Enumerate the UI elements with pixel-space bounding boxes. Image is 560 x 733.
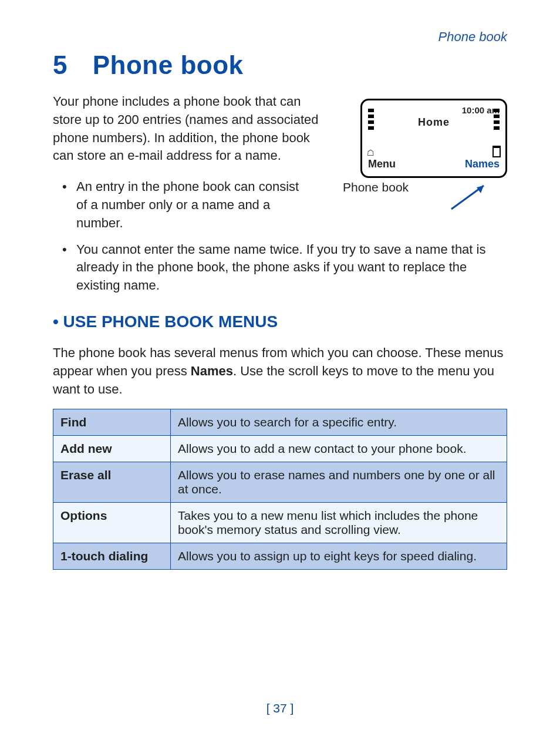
names-keyword: Names [191,364,233,378]
chapter-heading: 5 Phone book [53,51,507,80]
table-row: Options Takes you to a new menu list whi… [53,503,507,543]
chapter-title: Phone book [93,51,244,79]
screen-home-label: Home [368,116,500,129]
table-row: Erase all Allows you to erase names and … [53,462,507,503]
menu-name: 1-touch dialing [53,543,171,570]
battery-bars-icon [494,106,500,132]
menu-desc: Allows you to assign up to eight keys fo… [171,543,507,570]
callout-arrow-icon [448,183,495,212]
battery-icon [492,146,501,157]
phone-screen-figure: 10:00 am Home ☖ Menu Names Phone book [360,99,507,194]
menu-name: Erase all [53,462,171,503]
antenna-icon: ☖ [367,148,375,157]
intro-paragraph: Your phone includes a phone book that ca… [53,93,329,165]
signal-bars-icon [368,106,374,132]
menus-table: Find Allows you to search for a specific… [53,409,507,570]
menu-desc: Allows you to add a new contact to your … [171,436,507,462]
table-row: Find Allows you to search for a specific… [53,409,507,436]
menu-desc: Allows you to search for a specific entr… [171,409,507,436]
menu-name: Options [53,503,171,543]
softkey-names: Names [465,158,500,170]
list-item: You cannot enter the same name twice. If… [76,241,507,295]
phone-screen: 10:00 am Home ☖ Menu Names [360,99,507,178]
table-row: 1-touch dialing Allows you to assign up … [53,543,507,570]
chapter-number: 5 [53,51,68,79]
list-item: An entry in the phone book can consist o… [76,178,311,232]
menu-desc: Takes you to a new menu list which inclu… [171,503,507,543]
section-intro: The phone book has several menus from wh… [53,344,507,398]
table-row: Add new Allows you to add a new contact … [53,436,507,462]
menu-desc: Allows you to erase names and numbers on… [171,462,507,503]
menu-name: Add new [53,436,171,462]
running-header: Phone book [53,29,507,45]
intro-bullet-list: An entry in the phone book can consist o… [53,178,507,295]
softkey-menu: Menu [368,158,396,170]
section-heading: USE PHONE BOOK MENUS [53,312,507,331]
menu-name: Find [53,409,171,436]
page-number: [ 37 ] [0,701,560,715]
